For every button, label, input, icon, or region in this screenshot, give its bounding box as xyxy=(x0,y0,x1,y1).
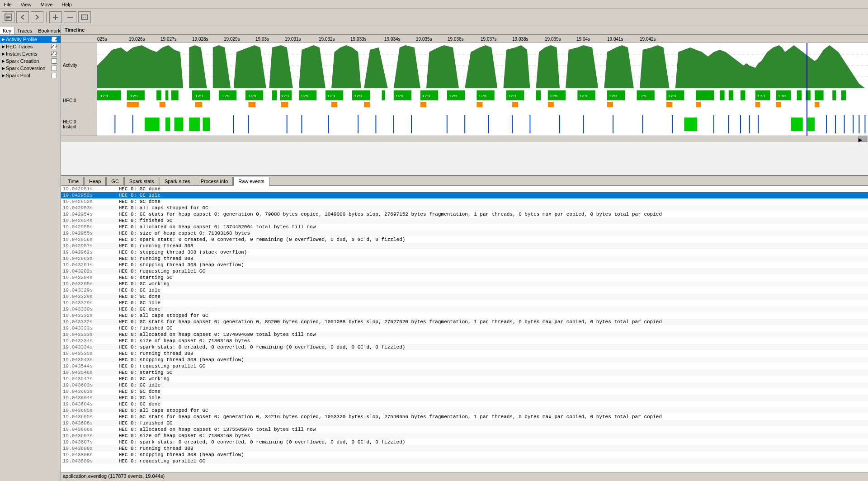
sidebar-item-instant-events[interactable]: ▶ Instant Events ✓ xyxy=(0,50,61,57)
toolbar-forward[interactable] xyxy=(31,11,43,23)
table-row[interactable]: 19.043202sHEC 0: requesting parallel GC xyxy=(61,268,868,274)
table-row[interactable]: 19.043546sHEC 0: starting GC xyxy=(61,369,868,376)
table-row[interactable]: 19.042954sHEC 0: GC stats for heap capse… xyxy=(61,211,868,217)
event-text: HEC 0: size of heap capset 0: 71303168 b… xyxy=(117,433,868,439)
timeline-scrollbar[interactable]: ▶ xyxy=(61,136,868,142)
table-row[interactable]: 19.043603sHEC 0: GC idle xyxy=(61,382,868,388)
tab-key[interactable]: Key xyxy=(0,27,14,34)
scrollbar-right-btn[interactable]: ▶ xyxy=(858,137,867,142)
svg-rect-61 xyxy=(536,90,541,100)
table-row[interactable]: 19.043205sHEC 0: GC working xyxy=(61,281,868,287)
sidebar-item-activity-profile[interactable]: ▶ Activity Profile ✓ xyxy=(0,36,61,43)
toolbar-zoom-out[interactable] xyxy=(64,11,76,23)
event-time: 19.042963s xyxy=(61,255,117,262)
checkbox-spark-creation[interactable] xyxy=(52,58,57,64)
tab-raw-events[interactable]: Raw events xyxy=(233,177,269,186)
hec0-instant-chart[interactable] xyxy=(97,113,868,136)
table-row[interactable]: 19.043603sHEC 0: GC done xyxy=(61,388,868,395)
table-row[interactable]: 19.042952sHEC 0: GC idle xyxy=(61,192,868,198)
menu-help[interactable]: Help xyxy=(60,1,74,8)
table-row[interactable]: 19.043332sHEC 0: GC stats for heap capse… xyxy=(61,319,868,325)
activity-chart[interactable] xyxy=(97,43,868,88)
sidebar-item-hec-traces[interactable]: ▶ HEC Traces ✓ xyxy=(0,43,61,50)
event-text: HEC 0: running thread 308 xyxy=(117,243,868,249)
activity-row[interactable]: Activity xyxy=(61,43,868,88)
table-row[interactable]: 19.043330sHEC 0: GC done xyxy=(61,306,868,312)
event-time: 19.043604s xyxy=(61,401,117,407)
table-row[interactable]: 19.043335sHEC 0: running thread 308 xyxy=(61,350,868,357)
checkbox-spark-conversion[interactable] xyxy=(52,66,57,71)
table-row[interactable]: 19.043201sHEC 0: stopping thread 308 (he… xyxy=(61,262,868,268)
table-row[interactable]: 19.043332sHEC 0: all caps stopped for GC xyxy=(61,312,868,319)
event-text: HEC 0: stopping thread 308 (heap overflo… xyxy=(117,452,868,458)
svg-rect-107 xyxy=(175,118,184,131)
table-row[interactable]: 19.043605sHEC 0: all caps stopped for GC xyxy=(61,407,868,414)
table-row[interactable]: 19.043607sHEC 0: size of heap capset 0: … xyxy=(61,433,868,439)
table-row[interactable]: 19.043809sHEC 0: requesting parallel GC xyxy=(61,458,868,464)
table-row[interactable]: 19.043204sHEC 0: starting GC xyxy=(61,274,868,281)
event-time: 19.042956s xyxy=(61,236,117,243)
tab-spark-sizes[interactable]: Spark sizes xyxy=(160,177,195,185)
table-row[interactable]: 19.043334sHEC 0: spark stats: 0 created,… xyxy=(61,344,868,350)
table-row[interactable]: 19.043604sHEC 0: GC idle xyxy=(61,395,868,401)
tab-time[interactable]: Time xyxy=(63,177,84,185)
menu-file[interactable]: File xyxy=(2,1,14,8)
event-time: 19.043334s xyxy=(61,344,117,350)
table-row[interactable]: 19.043606sHEC 0: finished GC xyxy=(61,420,868,426)
table-row[interactable]: 19.043608sHEC 0: running thread 308 xyxy=(61,445,868,452)
tab-traces[interactable]: Traces xyxy=(14,27,35,34)
sidebar-item-spark-pool[interactable]: ▶ Spark Pool xyxy=(0,72,61,79)
table-row[interactable]: 19.043329sHEC 0: GC idle xyxy=(61,300,868,306)
table-row[interactable]: 19.043544sHEC 0: requesting parallel GC xyxy=(61,363,868,369)
toolbar-zoom-in[interactable] xyxy=(49,11,62,23)
event-text: HEC 0: requesting parallel GC xyxy=(117,268,868,274)
menu-move[interactable]: Move xyxy=(38,1,54,8)
table-row[interactable]: 19.043808sHEC 0: stopping thread 308 (he… xyxy=(61,452,868,458)
event-time: 19.043604s xyxy=(61,395,117,401)
checkbox-instant-events[interactable]: ✓ xyxy=(52,51,57,57)
table-row[interactable]: 19.043547sHEC 0: GC working xyxy=(61,376,868,382)
sidebar-item-spark-conversion[interactable]: ▶ Spark Conversion xyxy=(0,65,61,72)
hec0-chart[interactable]: 129 129 129 129 129 129 xyxy=(97,88,868,113)
checkbox-spark-pool[interactable] xyxy=(52,73,57,78)
svg-rect-109 xyxy=(203,118,210,131)
checkbox-hec-traces[interactable]: ✓ xyxy=(52,44,57,49)
checkbox-activity-profile[interactable]: ✓ xyxy=(52,37,57,42)
table-row[interactable]: 19.043329sHEC 0: GC done xyxy=(61,293,868,300)
table-row[interactable]: 19.043333sHEC 0: allocated on heap capse… xyxy=(61,331,868,338)
toolbar-open[interactable] xyxy=(2,11,14,23)
table-row[interactable]: 19.042951sHEC 0: GC done xyxy=(61,186,868,192)
table-row[interactable]: 19.043606sHEC 0: allocated on heap capse… xyxy=(61,426,868,433)
svg-text:129: 129 xyxy=(301,94,308,98)
sidebar-item-spark-creation[interactable]: ▶ Spark Creation xyxy=(0,57,61,65)
table-row[interactable]: 19.042952sHEC 0: GC done xyxy=(61,198,868,205)
hec0-instant-row[interactable]: HEC 0 Instant xyxy=(61,113,868,136)
table-row[interactable]: 19.043334sHEC 0: size of heap capset 0: … xyxy=(61,338,868,344)
table-row[interactable]: 19.042957sHEC 0: running thread 308 xyxy=(61,243,868,249)
menu-view[interactable]: View xyxy=(19,1,33,8)
table-row[interactable]: 19.043333sHEC 0: finished GC xyxy=(61,325,868,331)
timeline-container[interactable]: 025s 19.026s 19.027s 19.028s 19.029s 19.… xyxy=(61,35,868,175)
tab-gc[interactable]: GC xyxy=(106,177,124,185)
tab-process-info[interactable]: Process info xyxy=(196,177,233,185)
events-table-container[interactable]: 19.042951sHEC 0: GC done19.042952sHEC 0:… xyxy=(61,186,868,472)
table-row[interactable]: 19.042954sHEC 0: finished GC xyxy=(61,217,868,224)
table-row[interactable]: 19.043604sHEC 0: GC done xyxy=(61,401,868,407)
tab-heap[interactable]: Heap xyxy=(84,177,106,185)
event-time: 19.042952s xyxy=(61,198,117,205)
toolbar-back[interactable] xyxy=(16,11,29,23)
table-row[interactable]: 19.043543sHEC 0: stopping thread 308 (he… xyxy=(61,357,868,363)
table-row[interactable]: 19.043329sHEC 0: GC idle xyxy=(61,287,868,293)
table-row[interactable]: 19.042955sHEC 0: size of heap capset 0: … xyxy=(61,230,868,236)
toolbar-fit[interactable] xyxy=(78,11,91,23)
svg-rect-95 xyxy=(548,102,554,107)
hec0-row[interactable]: HEC 0 129 129 129 xyxy=(61,88,868,113)
table-row[interactable]: 19.042963sHEC 0: running thread 308 xyxy=(61,255,868,262)
table-row[interactable]: 19.043607sHEC 0: spark stats: 0 created,… xyxy=(61,439,868,445)
table-row[interactable]: 19.042955sHEC 0: allocated on heap capse… xyxy=(61,224,868,230)
table-row[interactable]: 19.043605sHEC 0: GC stats for heap capse… xyxy=(61,414,868,420)
tab-spark-stats[interactable]: Spark stats xyxy=(124,177,159,185)
table-row[interactable]: 19.042956sHEC 0: spark stats: 0 created,… xyxy=(61,236,868,243)
table-row[interactable]: 19.042953sHEC 0: all caps stopped for GC xyxy=(61,205,868,211)
table-row[interactable]: 19.042962sHEC 0: stopping thread 308 (st… xyxy=(61,249,868,255)
